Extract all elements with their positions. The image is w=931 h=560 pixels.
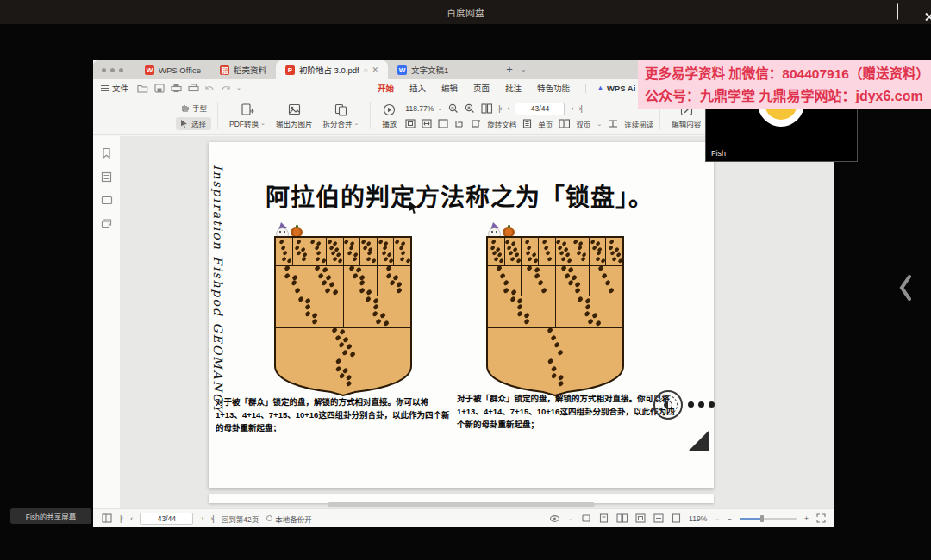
tab-docer[interactable]: 稻 稻壳资料 (210, 60, 276, 79)
zoom-level-value: 118.77% (405, 104, 434, 113)
page-title: 阿拉伯的判定方法称之为「锁盘」。 (234, 178, 684, 213)
two-page-icon[interactable] (559, 119, 570, 128)
bookmark-icon[interactable] (101, 147, 112, 159)
open-folder-icon[interactable] (137, 84, 148, 93)
toolbar-page-indicator[interactable]: 43/44 (515, 103, 565, 115)
geomancy-shield-chart-right (486, 236, 624, 395)
tab-active-pdf[interactable]: P 初阶地占 3.0.pdf ⌂ ✕ (276, 60, 388, 79)
menu-tab-insert[interactable]: 插入 (409, 82, 426, 94)
page-grid-icon[interactable] (102, 513, 112, 523)
layers-icon[interactable] (101, 218, 112, 229)
collapse-panel-button[interactable] (898, 274, 912, 305)
prev-page-icon[interactable]: ‹ (130, 514, 132, 523)
first-page-icon[interactable]: |‹ (120, 514, 122, 523)
last-page-icon[interactable]: ›| (210, 514, 213, 523)
maximize-icon (897, 3, 898, 20)
menu-tab-home[interactable]: 开始 (378, 82, 394, 94)
pdf-convert-button[interactable]: PDF转换⌄ (224, 103, 271, 128)
new-tab-button[interactable]: + (506, 63, 513, 76)
local-backup-status[interactable]: 本地备份开 (266, 513, 312, 524)
rotate-page-icon[interactable] (471, 119, 481, 128)
outline-icon[interactable] (101, 171, 112, 183)
continuous-view-icon[interactable] (581, 513, 591, 523)
fit-page-view-icon[interactable] (635, 513, 646, 523)
history-chevron-icon[interactable]: ⌄ (236, 84, 241, 91)
menu-file[interactable]: 文件 (101, 82, 128, 94)
print-icon[interactable] (171, 84, 182, 93)
menu-tab-edit[interactable]: 编辑 (441, 82, 458, 94)
window-title: 百度网盘 (0, 5, 931, 19)
single-page-icon[interactable] (522, 119, 532, 128)
print-preview-icon[interactable] (188, 84, 199, 93)
hand-tool-button[interactable]: 手型 (176, 102, 211, 115)
redo-icon[interactable] (221, 84, 230, 92)
zoom-in-icon[interactable] (465, 103, 475, 114)
play-icon (383, 103, 396, 116)
select-tool-button[interactable]: 选择 (176, 117, 211, 130)
page-layout-icon[interactable] (481, 103, 492, 114)
screen: 百度网盘 W WPS Office 稻 稻壳资料 P 初阶地占 3.0.pdf … (0, 0, 931, 560)
zoom-minus-button[interactable]: − (728, 514, 732, 523)
fit-page-icon[interactable] (405, 119, 416, 128)
back-to-page-link[interactable]: 回到第42页 (222, 513, 259, 524)
split-merge-button[interactable]: 拆分合并⌄ (317, 103, 364, 128)
zoom-slider-thumb[interactable] (760, 515, 764, 522)
play-button[interactable]: 播放 (377, 103, 402, 128)
thumbnail-icon[interactable] (101, 196, 113, 205)
full-width-view-icon[interactable] (672, 513, 681, 523)
next-page-icon[interactable]: › (201, 514, 203, 523)
save-icon[interactable] (154, 84, 165, 93)
pdf-icon: P (285, 65, 295, 75)
continuous-read-button[interactable]: 连续阅读 (624, 119, 653, 129)
shield-cell (309, 238, 327, 265)
status-page-indicator[interactable]: 43/44 (140, 513, 193, 525)
prev-page-icon[interactable]: ‹ (507, 104, 509, 113)
shield-cell (344, 238, 361, 265)
horizontal-scrollbar[interactable] (121, 502, 834, 507)
two-page-button[interactable]: 双页 (576, 119, 590, 129)
fit-width-icon[interactable] (422, 119, 432, 128)
shield-cell (556, 266, 590, 296)
single-page-view-icon[interactable] (599, 513, 609, 523)
fit-width-view-icon[interactable] (653, 513, 664, 523)
menu-tab-page[interactable]: 页面 (473, 82, 490, 94)
fullscreen-icon[interactable] (816, 513, 826, 523)
menu-tab-wps-ai[interactable]: ▲ WPS Ai (597, 84, 635, 93)
status-zoom-value[interactable]: 119% (689, 514, 707, 523)
zoom-out-icon[interactable] (448, 103, 459, 114)
next-page-icon[interactable]: › (571, 104, 572, 113)
shield-cell (293, 238, 310, 265)
zoom-plus-button[interactable]: + (804, 514, 809, 523)
rotate-left-icon[interactable] (454, 119, 465, 128)
first-page-icon[interactable]: |‹ (498, 104, 501, 113)
zoom-level-control[interactable]: 118.77% ⌄ (405, 104, 442, 113)
shield-cell (276, 328, 410, 358)
export-image-button[interactable]: 输出为图片 (271, 103, 318, 128)
promo-banner: 更多易学资料 加微信：804407916（赠送资料） 公众号：九鼎学堂 九鼎易学… (638, 60, 931, 109)
last-page-icon[interactable]: ›| (578, 104, 581, 113)
eye-icon[interactable] (549, 514, 560, 523)
shield-cell (488, 266, 522, 296)
zoom-slider[interactable] (740, 518, 797, 520)
docer-icon: 稻 (220, 65, 229, 75)
tab-wps-office[interactable]: W WPS Office (135, 60, 210, 79)
ghost-icon (488, 224, 502, 237)
rotate-doc-button[interactable]: 旋转文档 (487, 119, 516, 129)
export-image-icon (288, 103, 301, 116)
tab-list-chevron-icon[interactable]: ⌄ (521, 65, 527, 73)
actual-size-icon[interactable] (438, 119, 448, 128)
menu-tab-special[interactable]: 特色功能 (537, 82, 570, 94)
continuous-read-icon[interactable] (608, 119, 618, 128)
two-page-view-icon[interactable] (616, 513, 628, 523)
undo-icon[interactable] (205, 84, 215, 92)
single-page-button[interactable]: 单页 (538, 119, 553, 129)
shield-cell (488, 296, 556, 327)
maximize-button[interactable] (897, 4, 898, 20)
tab-writer-doc[interactable]: W 文字文稿1 (388, 60, 458, 79)
chevron-down-icon: ⌄ (437, 105, 442, 112)
promo-line-1: 更多易学资料 加微信：804407916（赠送资料） (645, 63, 931, 85)
menu-tab-comment[interactable]: 批注 (505, 82, 522, 94)
tab-close-icon[interactable]: ✕ (372, 65, 378, 74)
tab-share-icon[interactable]: ⌂ (364, 66, 368, 74)
webcam-name: Fish (711, 149, 726, 158)
